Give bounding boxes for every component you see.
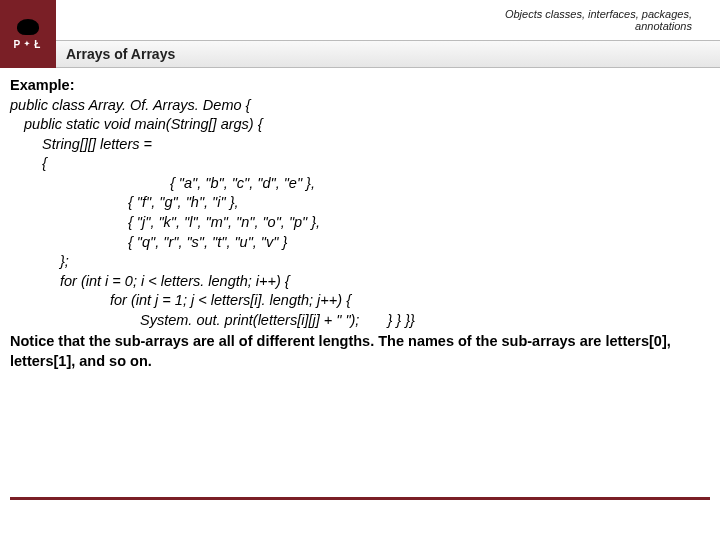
code-line-8: { "q", "r", "s", "t", "u", "v" } bbox=[10, 233, 710, 253]
code-line-12b: } } }} bbox=[363, 312, 414, 328]
code-line-11: for (int j = 1; j < letters[i]. length; … bbox=[10, 291, 710, 311]
code-line-7: { "j", "k", "l", "m", "n", "o", "p" }, bbox=[10, 213, 710, 233]
code-line-2: public static void main(String[] args) { bbox=[10, 115, 710, 135]
breadcrumb: Objects classes, interfaces, packages, a… bbox=[56, 0, 720, 40]
breadcrumb-line1: Objects classes, interfaces, packages, bbox=[505, 8, 692, 20]
logo-letters: P ✦ Ł bbox=[14, 39, 43, 50]
code-line-1: public class Array. Of. Arrays. Demo { bbox=[10, 96, 710, 116]
example-label: Example: bbox=[10, 76, 710, 96]
footer-divider bbox=[10, 497, 710, 500]
header-right-col: Objects classes, interfaces, packages, a… bbox=[56, 0, 720, 68]
logo-letter-l: Ł bbox=[34, 39, 42, 50]
logo-letter-p: P bbox=[14, 39, 23, 50]
institution-logo: P ✦ Ł bbox=[0, 0, 56, 68]
code-line-5: { "a", "b", "c", "d", "e" }, bbox=[10, 174, 710, 194]
code-line-3: String[][] letters = bbox=[10, 135, 710, 155]
slide-header: P ✦ Ł Objects classes, interfaces, packa… bbox=[0, 0, 720, 68]
code-line-12: System. out. print(letters[i][j] + " "); bbox=[140, 312, 359, 328]
breadcrumb-line2: annotations bbox=[505, 20, 692, 32]
logo-mid-icon: ✦ bbox=[24, 40, 32, 48]
notice-text: Notice that the sub-arrays are all of di… bbox=[10, 332, 710, 371]
code-line-4: { bbox=[10, 154, 710, 174]
slide-title: Arrays of Arrays bbox=[66, 46, 175, 62]
slide-title-bar: Arrays of Arrays bbox=[56, 40, 720, 68]
code-line-6: { "f", "g", "h", "i" }, bbox=[10, 193, 710, 213]
code-line-10: for (int i = 0; i < letters. length; i++… bbox=[10, 272, 710, 292]
slide-content: Example: public class Array. Of. Arrays.… bbox=[0, 68, 720, 371]
logo-emblem bbox=[17, 19, 39, 35]
code-line-9: }; bbox=[10, 252, 710, 272]
code-line-12-wrap: System. out. print(letters[i][j] + " ");… bbox=[10, 311, 710, 331]
